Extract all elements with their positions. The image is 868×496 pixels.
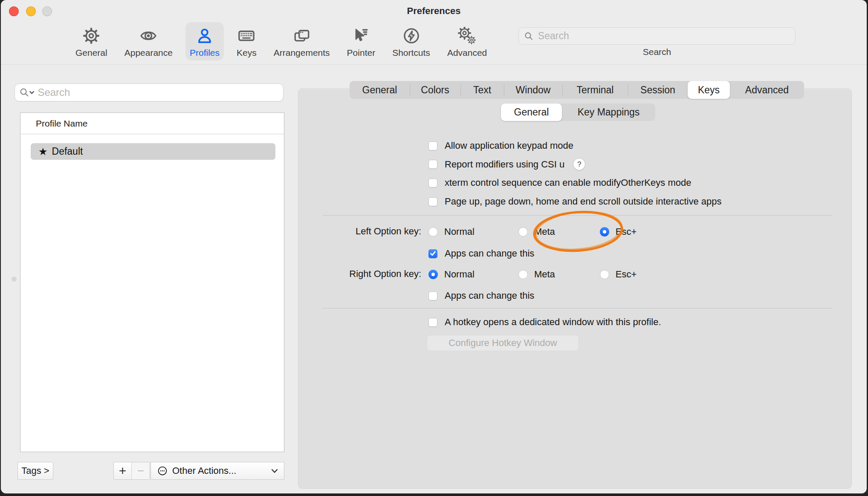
checkbox-right-apps-can-change[interactable] — [428, 291, 437, 300]
toolbar-search-field[interactable] — [518, 27, 796, 45]
toolbar-item-appearance[interactable]: Appearance — [120, 22, 177, 61]
radio-label: Normal — [444, 226, 475, 237]
add-remove-group: + − — [113, 462, 150, 480]
profile-list-header: Profile Name — [20, 113, 284, 134]
profile-search-input[interactable] — [37, 86, 279, 99]
checkbox-label: Page up, page down, home and end scroll … — [445, 196, 721, 207]
profile-settings-panel — [298, 88, 852, 489]
right-option-key-label: Right Option key: — [299, 268, 421, 280]
radio-label: Normal — [444, 269, 475, 280]
profile-name: Default — [52, 146, 83, 157]
toolbar-divider — [1, 64, 867, 65]
checkbox-page-scroll[interactable] — [428, 197, 437, 206]
section-divider — [323, 215, 832, 216]
radio-left-normal[interactable] — [428, 227, 438, 236]
apps-change-row: Apps can change this — [428, 248, 534, 259]
tab-colors[interactable]: Colors — [410, 81, 460, 99]
other-actions-dropdown[interactable]: Other Actions... — [150, 462, 284, 480]
checkbox-row: Allow application keypad mode — [428, 140, 573, 151]
search-icon — [19, 87, 29, 98]
eye-icon — [139, 25, 158, 47]
profile-row-default[interactable]: ★ Default — [31, 143, 275, 160]
profile-list: Profile Name ★ Default — [20, 112, 284, 452]
toolbar-item-label: Shortcuts — [392, 48, 430, 58]
screenshot-stage: Preferences General Appearance — [0, 0, 868, 496]
cursor-icon — [352, 25, 370, 47]
toolbar-item-label: General — [75, 48, 107, 58]
bolt-circle-icon — [402, 25, 420, 47]
subtab-general[interactable]: General — [501, 104, 562, 121]
checkbox-label: Allow application keypad mode — [445, 140, 573, 151]
tab-text[interactable]: Text — [460, 81, 504, 99]
tab-advanced[interactable]: Advanced — [730, 81, 804, 99]
section-divider — [323, 308, 832, 309]
toolbar-item-label: Profiles — [190, 48, 220, 58]
toolbar-item-label: Advanced — [447, 48, 487, 58]
windows-icon — [292, 25, 312, 47]
radio-right-esc[interactable] — [600, 270, 609, 279]
hotkey-row: A hotkey opens a dedicated window with t… — [428, 317, 661, 328]
profile-search-field[interactable] — [14, 84, 284, 101]
gears-icon — [457, 25, 477, 47]
profile-tabs: General Colors Text Window Terminal Sess… — [350, 81, 804, 99]
tab-session[interactable]: Session — [628, 81, 688, 99]
checkmark-icon — [430, 251, 436, 257]
search-icon — [524, 31, 534, 41]
checkbox-row: xterm control sequence can enable modify… — [428, 177, 691, 188]
toolbar-search-input[interactable] — [537, 30, 790, 42]
checkbox-label: A hotkey opens a dedicated window with t… — [445, 317, 661, 328]
checkbox-left-apps-can-change[interactable] — [428, 249, 437, 258]
apps-change-row: Apps can change this — [428, 290, 534, 301]
toolbar-search-label: Search — [518, 47, 796, 57]
chevron-down-icon — [29, 91, 34, 94]
radio-left-meta[interactable] — [518, 227, 528, 236]
radio-right-meta[interactable] — [518, 270, 528, 279]
tags-button[interactable]: Tags > — [17, 462, 53, 480]
checkbox-modify-other-keys[interactable] — [428, 179, 437, 187]
subtab-key-mappings[interactable]: Key Mappings — [562, 104, 655, 121]
toolbar-item-pointer[interactable]: Pointer — [343, 22, 380, 61]
toolbar-item-arrangements[interactable]: Arrangements — [269, 22, 334, 61]
star-icon: ★ — [38, 147, 48, 157]
checkbox-label: Apps can change this — [445, 290, 534, 301]
toolbar-item-profiles[interactable]: Profiles — [185, 22, 224, 61]
keys-subtabs: General Key Mappings — [501, 104, 655, 121]
preferences-window: Preferences General Appearance — [1, 0, 867, 493]
toolbar-item-general[interactable]: General — [71, 22, 112, 61]
checkbox-label: xterm control sequence can enable modify… — [445, 177, 691, 188]
configure-hotkey-window-button[interactable]: Configure Hotkey Window — [427, 335, 579, 351]
toolbar-item-label: Pointer — [347, 48, 376, 58]
remove-profile-button[interactable]: − — [132, 462, 150, 479]
toolbar-item-shortcuts[interactable]: Shortcuts — [388, 22, 434, 61]
gear-icon — [82, 25, 100, 47]
tab-keys[interactable]: Keys — [688, 81, 730, 99]
right-option-radios: Normal Meta Esc+ — [428, 269, 637, 280]
divider-dot — [12, 277, 17, 282]
radio-label: Meta — [534, 226, 555, 237]
checkbox-row: Report modifiers using CSI u ? — [428, 159, 585, 170]
radio-label: Meta — [534, 269, 555, 280]
checkbox-label: Apps can change this — [445, 248, 534, 259]
other-actions-label: Other Actions... — [172, 465, 271, 476]
checkbox-csi-u[interactable] — [428, 160, 437, 169]
tab-terminal[interactable]: Terminal — [562, 81, 628, 99]
help-button[interactable]: ? — [573, 159, 585, 170]
toolbar-item-label: Keys — [237, 48, 257, 58]
add-profile-button[interactable]: + — [114, 462, 132, 479]
ellipsis-circle-icon — [157, 465, 168, 476]
left-option-radios: Normal Meta Esc+ — [428, 226, 637, 237]
checkbox-hotkey-window[interactable] — [428, 318, 437, 327]
left-option-key-label: Left Option key: — [299, 226, 421, 237]
toolbar: General Appearance Profiles — [71, 22, 491, 63]
toolbar-item-label: Appearance — [124, 48, 173, 58]
checkbox-allow-keypad[interactable] — [428, 141, 437, 150]
radio-right-normal[interactable] — [428, 270, 438, 279]
toolbar-item-keys[interactable]: Keys — [232, 22, 261, 61]
window-title: Preferences — [1, 6, 867, 17]
chevron-down-icon — [271, 468, 278, 473]
toolbar-item-advanced[interactable]: Advanced — [443, 22, 491, 61]
tab-general[interactable]: General — [350, 81, 410, 99]
radio-left-esc[interactable] — [600, 227, 609, 236]
tab-window[interactable]: Window — [504, 81, 562, 99]
checkbox-label: Report modifiers using CSI u — [445, 159, 564, 170]
